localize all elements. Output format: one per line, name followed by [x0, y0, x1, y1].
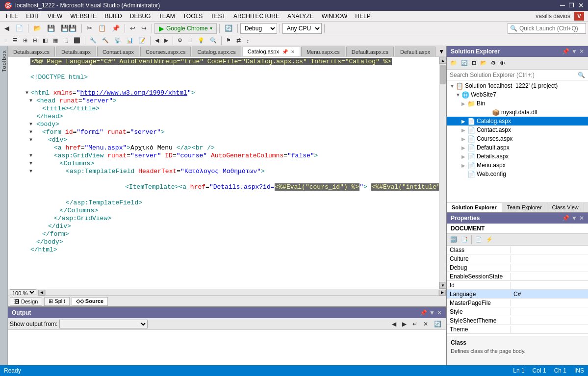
- prop-sort-az-btn[interactable]: 🔤: [449, 235, 459, 245]
- tb-btn15[interactable]: ▶: [162, 35, 171, 46]
- tree-details-aspx[interactable]: ▶ 📄 Details.aspx: [447, 152, 588, 161]
- tab-default-aspx[interactable]: Default.aspx: [395, 47, 435, 56]
- tree-mysql-dll[interactable]: 📦 mysql.data.dll: [447, 108, 588, 117]
- menu-help[interactable]: HELP: [351, 12, 374, 21]
- prop-row-id[interactable]: Id: [447, 281, 588, 290]
- se-properties-btn[interactable]: ⚙: [489, 58, 497, 68]
- quick-launch-input[interactable]: [519, 25, 578, 32]
- scrollbar-up-btn[interactable]: ▲: [439, 57, 446, 64]
- tb-btn3[interactable]: ⊞: [21, 35, 30, 46]
- menu-architecture[interactable]: ARCHITECTURE: [230, 12, 283, 21]
- tb-btn8[interactable]: ⬛: [71, 35, 83, 46]
- tb-btn6[interactable]: ▦: [51, 35, 60, 46]
- prop-page-btn[interactable]: 📄: [474, 235, 484, 245]
- menu-website[interactable]: WEBSITE: [66, 12, 101, 21]
- zoom-select[interactable]: 100 % 75 % 150 %: [10, 289, 36, 295]
- new-btn[interactable]: 📄: [13, 23, 26, 34]
- tree-catalog-aspx[interactable]: ▶ 📄 Catalog.aspx: [447, 117, 588, 125]
- platform-dropdown[interactable]: Any CPU: [282, 23, 322, 34]
- prop-row-class[interactable]: Class: [447, 246, 588, 254]
- tb-btn7[interactable]: ⬚: [61, 35, 71, 46]
- hscroll-right[interactable]: ▶: [439, 290, 446, 296]
- tb-btn14[interactable]: ◀: [153, 35, 161, 46]
- redo-btn[interactable]: ↪: [139, 23, 149, 34]
- tb-btn17[interactable]: ≣: [185, 35, 195, 46]
- se-tab-team[interactable]: Team Explorer: [502, 203, 547, 212]
- minimize-btn[interactable]: ─: [560, 1, 565, 9]
- save-all-btn[interactable]: 💾💾: [58, 23, 79, 34]
- output-wrap-btn[interactable]: ↵: [410, 319, 420, 329]
- tb-btn11[interactable]: 📡: [112, 35, 124, 46]
- tb-btn21[interactable]: ⇄: [234, 35, 243, 46]
- tree-contact-aspx[interactable]: ▶ 📄 Contact.aspx: [447, 125, 588, 134]
- output-close-btn[interactable]: ✕: [437, 309, 442, 316]
- prop-row-stylesheettheme[interactable]: StyleSheetTheme: [447, 316, 588, 325]
- view-split-btn[interactable]: ⊞ Split: [44, 297, 69, 306]
- output-content[interactable]: [8, 330, 446, 365]
- copy-btn[interactable]: 📋: [96, 23, 108, 34]
- se-new-folder-btn[interactable]: 📂: [479, 58, 488, 68]
- output-hide-btn[interactable]: ▼: [429, 309, 435, 316]
- prop-row-enablesession[interactable]: EnableSessionState: [447, 272, 588, 281]
- restore-btn[interactable]: ❐: [569, 1, 574, 9]
- se-close-btn[interactable]: ✕: [579, 48, 584, 55]
- save-btn[interactable]: 💾: [45, 23, 57, 34]
- back-btn[interactable]: ◀: [2, 23, 12, 34]
- prop-dropdown-btn[interactable]: ▼: [571, 215, 577, 222]
- tab-courses-cs[interactable]: Courses.aspx.cs: [140, 47, 191, 56]
- scrollbar-down-btn[interactable]: ▼: [439, 282, 446, 289]
- tab-menu-cs[interactable]: Menu.aspx.cs: [301, 47, 345, 56]
- output-source-select[interactable]: Build Debug: [59, 320, 148, 328]
- tb-btn12[interactable]: 📊: [124, 35, 136, 46]
- tb-btn5[interactable]: ◧: [40, 35, 50, 46]
- tree-web-config[interactable]: 📄 Web.config: [447, 170, 588, 178]
- tab-catalog-cs[interactable]: Catalog.aspx.cs: [192, 47, 241, 56]
- output-next-btn[interactable]: ▶: [400, 319, 409, 329]
- tab-contact[interactable]: Contact.aspx: [97, 47, 139, 56]
- prop-close-btn[interactable]: ✕: [579, 215, 584, 222]
- tree-menu-aspx[interactable]: ▶ 📄 Menu.aspx: [447, 161, 588, 170]
- se-collapse-btn[interactable]: ⊟: [470, 58, 478, 68]
- open-btn[interactable]: 📂: [31, 23, 44, 34]
- tb-btn22[interactable]: ↕: [244, 35, 252, 46]
- tb-btn9[interactable]: 🔧: [87, 35, 99, 46]
- menu-tools[interactable]: TOOLS: [179, 12, 206, 21]
- se-preview-btn[interactable]: 👁: [498, 58, 507, 68]
- tb-btn1[interactable]: ≡: [2, 35, 10, 46]
- prop-pin-btn[interactable]: 📌: [562, 215, 569, 222]
- output-clear-btn[interactable]: ✕: [421, 319, 431, 329]
- refresh-btn[interactable]: 🔄: [222, 23, 235, 34]
- menu-window[interactable]: WINDOW: [318, 12, 352, 21]
- tb-btn18[interactable]: 💡: [195, 35, 207, 46]
- se-tree[interactable]: ▼ 📋 Solution 'localhost_1222' (1 project…: [447, 80, 588, 202]
- tb-btn20[interactable]: ⚑: [224, 35, 233, 46]
- tab-details-cs[interactable]: Details.aspx.cs: [8, 47, 55, 56]
- scrollbar-track[interactable]: [439, 85, 446, 282]
- menu-test[interactable]: TEST: [206, 12, 230, 21]
- prop-category-btn[interactable]: 📑: [460, 235, 469, 245]
- tab-catalog-aspx[interactable]: Catalog.aspx 📌 ✕: [242, 47, 300, 56]
- menu-debug[interactable]: DEBUG: [126, 12, 155, 21]
- run-dropdown-arrow[interactable]: ▾: [210, 25, 212, 31]
- tree-solution[interactable]: ▼ 📋 Solution 'localhost_1222' (1 project…: [447, 81, 588, 90]
- undo-btn[interactable]: ↩: [128, 23, 138, 34]
- hscroll-track[interactable]: [45, 290, 439, 296]
- tb-btn16[interactable]: ⚙: [175, 35, 185, 46]
- tab-default-cs[interactable]: Default.aspx.cs: [346, 47, 394, 56]
- prop-events-btn[interactable]: ⚡: [485, 235, 494, 245]
- tree-courses-aspx[interactable]: ▶ 📄 Courses.aspx: [447, 134, 588, 143]
- prop-row-culture[interactable]: Culture: [447, 254, 588, 263]
- hscroll-left[interactable]: ◀: [38, 290, 45, 296]
- tree-website7[interactable]: ▼ 🌐 WebSite7: [447, 90, 588, 99]
- output-prev-btn[interactable]: ◀: [389, 319, 399, 329]
- prop-row-debug[interactable]: Debug: [447, 263, 588, 272]
- se-dropdown-btn[interactable]: ▼: [571, 48, 577, 55]
- tb-btn13[interactable]: 📝: [136, 35, 148, 46]
- prop-row-theme[interactable]: Theme: [447, 325, 588, 334]
- vertical-scrollbar[interactable]: ▲ ▼: [439, 57, 446, 289]
- tab-close[interactable]: ✕: [291, 49, 295, 54]
- tree-bin[interactable]: ▶ 📁 Bin: [447, 99, 588, 108]
- tree-default-aspx[interactable]: ▶ 📄 Default.aspx: [447, 143, 588, 152]
- se-pin-btn[interactable]: 📌: [562, 48, 569, 55]
- menu-build[interactable]: BUILD: [101, 12, 126, 21]
